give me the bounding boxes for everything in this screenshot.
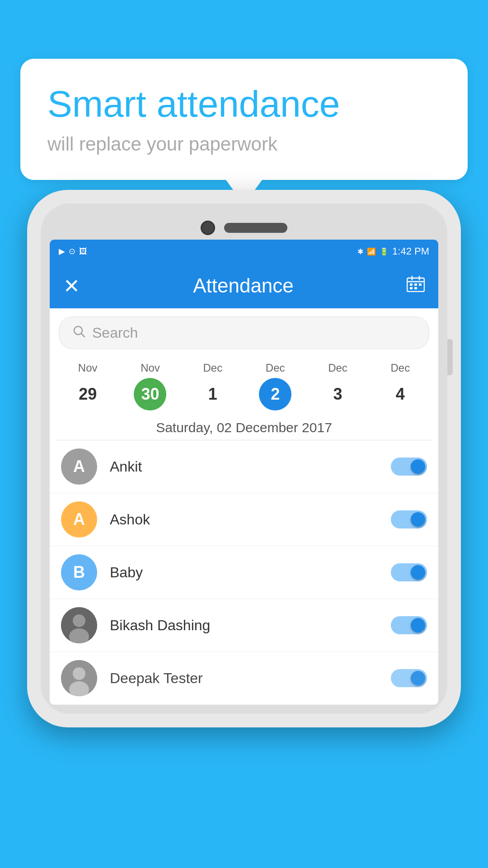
attendance-list: A Ankit A Ashok B Baby xyxy=(50,440,438,705)
cal-day-dec1[interactable]: Dec 1 xyxy=(190,362,235,410)
avatar-ashok: A xyxy=(61,501,97,538)
person-name-ashok: Ashok xyxy=(110,511,378,528)
person-name-ankit: Ankit xyxy=(110,458,378,475)
cal-day-dec4[interactable]: Dec 4 xyxy=(378,362,423,410)
bubble-subtitle: will replace your paperwork xyxy=(47,133,441,155)
status-bar: ▶ ⊙ 🖼 ✱ 📶 🔋 1:42 PM xyxy=(50,240,438,263)
cal-day-dec3[interactable]: Dec 3 xyxy=(315,362,360,410)
calendar-icon-button[interactable] xyxy=(407,276,425,296)
svg-point-15 xyxy=(73,667,85,680)
attendance-item-deepak: Deepak Tester xyxy=(50,652,438,705)
attendance-item-ashok: A Ashok xyxy=(50,493,438,546)
phone-top-bar xyxy=(50,212,438,240)
svg-point-12 xyxy=(73,614,85,627)
attendance-item-ankit: A Ankit xyxy=(50,440,438,493)
svg-rect-7 xyxy=(410,287,413,289)
svg-rect-5 xyxy=(414,283,417,286)
person-name-deepak: Deepak Tester xyxy=(110,670,378,687)
status-time: 1:42 PM xyxy=(392,245,429,257)
attendance-item-bikash: Bikash Dashing xyxy=(50,599,438,652)
search-placeholder: Search xyxy=(92,325,138,341)
phone-body: ▶ ⊙ 🖼 ✱ 📶 🔋 1:42 PM ✕ Attendance xyxy=(27,190,461,727)
avatar-bikash xyxy=(61,607,97,643)
search-icon xyxy=(73,325,85,341)
app-bar: ✕ Attendance xyxy=(50,263,438,308)
phone-inner: ▶ ⊙ 🖼 ✱ 📶 🔋 1:42 PM ✕ Attendance xyxy=(41,203,447,714)
svg-rect-4 xyxy=(410,283,413,286)
bubble-title: Smart attendance xyxy=(47,84,441,124)
battery-icon: 🔋 xyxy=(380,247,389,256)
toggle-ashok[interactable] xyxy=(391,510,427,528)
person-name-bikash: Bikash Dashing xyxy=(110,617,378,634)
sync-icon: ⊙ xyxy=(69,246,75,256)
speech-bubble: Smart attendance will replace your paper… xyxy=(20,59,468,180)
svg-line-10 xyxy=(81,334,84,337)
toggle-deepak[interactable] xyxy=(391,669,427,687)
app-bar-title: Attendance xyxy=(94,274,393,297)
calendar-row: Nov 29 Nov 30 Dec 1 Dec 2 xyxy=(50,357,438,413)
person-name-baby: Baby xyxy=(110,564,378,581)
cal-day-nov30[interactable]: Nov 30 xyxy=(127,362,173,410)
status-right-icons: ✱ 📶 🔋 1:42 PM xyxy=(357,245,429,257)
toggle-ankit[interactable] xyxy=(391,458,427,476)
side-button xyxy=(447,339,453,375)
promo-section: Smart attendance will replace your paper… xyxy=(20,59,468,205)
play-icon: ▶ xyxy=(59,246,65,256)
gallery-icon: 🖼 xyxy=(79,247,87,256)
phone-screen: ▶ ⊙ 🖼 ✱ 📶 🔋 1:42 PM ✕ Attendance xyxy=(50,240,438,705)
svg-rect-8 xyxy=(414,287,417,289)
avatar-deepak xyxy=(61,660,97,696)
cal-day-nov29[interactable]: Nov 29 xyxy=(65,362,110,410)
cal-day-dec2[interactable]: Dec 2 xyxy=(253,362,298,410)
avatar-baby: B xyxy=(61,554,97,590)
phone-mockup: ▶ ⊙ 🖼 ✱ 📶 🔋 1:42 PM ✕ Attendance xyxy=(27,190,461,868)
signal-icon: 📶 xyxy=(367,247,376,256)
avatar-ankit: A xyxy=(61,448,97,485)
attendance-item-baby: B Baby xyxy=(50,546,438,599)
selected-date-label: Saturday, 02 December 2017 xyxy=(50,413,438,440)
earpiece-speaker xyxy=(224,223,287,233)
svg-rect-6 xyxy=(419,283,422,286)
close-button[interactable]: ✕ xyxy=(63,274,80,297)
status-left-icons: ▶ ⊙ 🖼 xyxy=(59,246,87,256)
toggle-bikash[interactable] xyxy=(391,616,427,634)
bluetooth-icon: ✱ xyxy=(357,247,363,256)
front-camera xyxy=(201,221,215,235)
search-bar[interactable]: Search xyxy=(59,316,429,349)
toggle-baby[interactable] xyxy=(391,563,427,581)
